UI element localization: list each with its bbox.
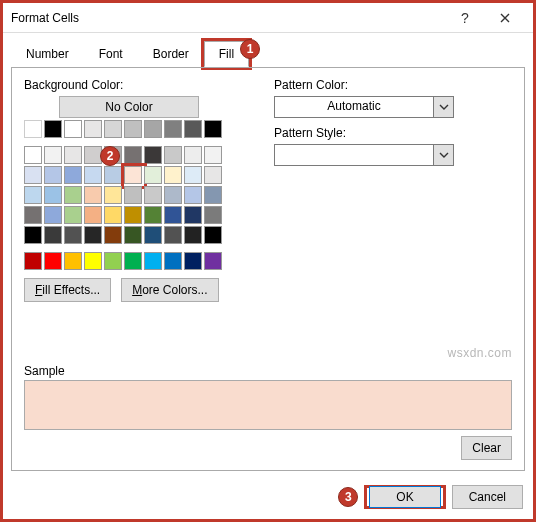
color-swatch[interactable]	[184, 146, 202, 164]
color-swatch[interactable]	[64, 146, 82, 164]
color-swatch[interactable]	[124, 206, 142, 224]
color-swatch[interactable]	[184, 120, 202, 138]
color-swatch[interactable]	[84, 166, 102, 184]
bg-color-label: Background Color:	[24, 78, 234, 92]
color-swatch[interactable]	[64, 226, 82, 244]
color-swatch[interactable]	[164, 226, 182, 244]
color-swatch[interactable]	[24, 252, 42, 270]
color-swatch[interactable]	[184, 252, 202, 270]
color-swatch[interactable]	[44, 206, 62, 224]
color-swatch[interactable]	[184, 186, 202, 204]
color-swatch[interactable]	[104, 226, 122, 244]
ok-button[interactable]: OK	[369, 486, 440, 508]
color-swatch[interactable]	[24, 206, 42, 224]
tabs: Number Font Border Fill	[3, 37, 533, 67]
color-swatch[interactable]	[124, 252, 142, 270]
chevron-down-icon	[433, 145, 453, 165]
pattern-style-dropdown[interactable]	[274, 144, 454, 166]
more-colors-button[interactable]: More Colors...	[121, 278, 218, 302]
color-swatch[interactable]	[144, 166, 162, 184]
sample-preview	[24, 380, 512, 430]
callout-2: 2	[100, 146, 120, 166]
color-swatch[interactable]	[164, 252, 182, 270]
color-swatch[interactable]	[24, 226, 42, 244]
color-swatch[interactable]	[144, 186, 162, 204]
tab-font[interactable]: Font	[84, 41, 138, 67]
pattern-color-label: Pattern Color:	[274, 78, 512, 92]
color-swatch[interactable]	[124, 146, 142, 164]
color-swatch[interactable]	[104, 120, 122, 138]
fill-panel: Background Color: No Color Fill Effects.…	[11, 67, 525, 471]
color-swatch[interactable]	[124, 166, 142, 184]
color-swatch[interactable]	[204, 252, 222, 270]
fill-effects-button[interactable]: Fill Effects...	[24, 278, 111, 302]
pattern-color-dropdown[interactable]: Automatic	[274, 96, 454, 118]
callout-1: 1	[240, 39, 260, 59]
color-swatch[interactable]	[104, 166, 122, 184]
chevron-down-icon	[433, 97, 453, 117]
dialog-footer: 3 OK Cancel	[3, 479, 533, 519]
color-swatch[interactable]	[204, 166, 222, 184]
help-button[interactable]: ?	[445, 4, 485, 32]
color-swatch[interactable]	[84, 206, 102, 224]
color-swatch[interactable]	[64, 120, 82, 138]
color-swatch[interactable]	[204, 146, 222, 164]
pattern-color-value: Automatic	[275, 97, 433, 117]
color-swatch-grid	[24, 120, 226, 270]
color-swatch[interactable]	[164, 146, 182, 164]
color-swatch[interactable]	[64, 252, 82, 270]
clear-button[interactable]: Clear	[461, 436, 512, 460]
color-swatch[interactable]	[164, 120, 182, 138]
color-swatch[interactable]	[24, 146, 42, 164]
tab-border[interactable]: Border	[138, 41, 204, 67]
titlebar: Format Cells ?	[3, 3, 533, 33]
color-swatch[interactable]	[164, 206, 182, 224]
color-swatch[interactable]	[184, 166, 202, 184]
color-swatch[interactable]	[144, 252, 162, 270]
no-color-button[interactable]: No Color	[59, 96, 199, 118]
pattern-style-label: Pattern Style:	[274, 126, 512, 140]
color-swatch[interactable]	[204, 226, 222, 244]
color-swatch[interactable]	[144, 206, 162, 224]
color-swatch[interactable]	[104, 252, 122, 270]
callout-3: 3	[338, 487, 358, 507]
color-swatch[interactable]	[44, 252, 62, 270]
color-swatch[interactable]	[164, 166, 182, 184]
color-swatch[interactable]	[204, 120, 222, 138]
color-swatch[interactable]	[44, 146, 62, 164]
color-swatch[interactable]	[84, 186, 102, 204]
pattern-style-value	[275, 145, 433, 165]
color-swatch[interactable]	[64, 186, 82, 204]
color-swatch[interactable]	[124, 120, 142, 138]
color-swatch[interactable]	[84, 120, 102, 138]
color-swatch[interactable]	[84, 252, 102, 270]
color-swatch[interactable]	[104, 206, 122, 224]
color-swatch[interactable]	[24, 120, 42, 138]
color-swatch[interactable]	[84, 226, 102, 244]
tab-number[interactable]: Number	[11, 41, 84, 67]
color-swatch[interactable]	[144, 226, 162, 244]
color-swatch[interactable]	[24, 186, 42, 204]
color-swatch[interactable]	[64, 166, 82, 184]
cancel-button[interactable]: Cancel	[452, 485, 523, 509]
color-swatch[interactable]	[124, 226, 142, 244]
color-swatch[interactable]	[184, 226, 202, 244]
color-swatch[interactable]	[104, 186, 122, 204]
color-swatch[interactable]	[44, 186, 62, 204]
color-swatch[interactable]	[184, 206, 202, 224]
color-swatch[interactable]	[44, 226, 62, 244]
color-swatch[interactable]	[144, 120, 162, 138]
color-swatch[interactable]	[44, 120, 62, 138]
color-swatch[interactable]	[124, 186, 142, 204]
color-swatch[interactable]	[64, 206, 82, 224]
color-swatch[interactable]	[44, 166, 62, 184]
sample-label: Sample	[24, 344, 512, 378]
color-swatch[interactable]	[144, 146, 162, 164]
color-swatch[interactable]	[24, 166, 42, 184]
color-swatch[interactable]	[204, 206, 222, 224]
color-swatch[interactable]	[204, 186, 222, 204]
ok-highlight: OK	[364, 485, 445, 509]
color-swatch[interactable]	[164, 186, 182, 204]
close-button[interactable]	[485, 4, 525, 32]
window-title: Format Cells	[11, 11, 445, 25]
